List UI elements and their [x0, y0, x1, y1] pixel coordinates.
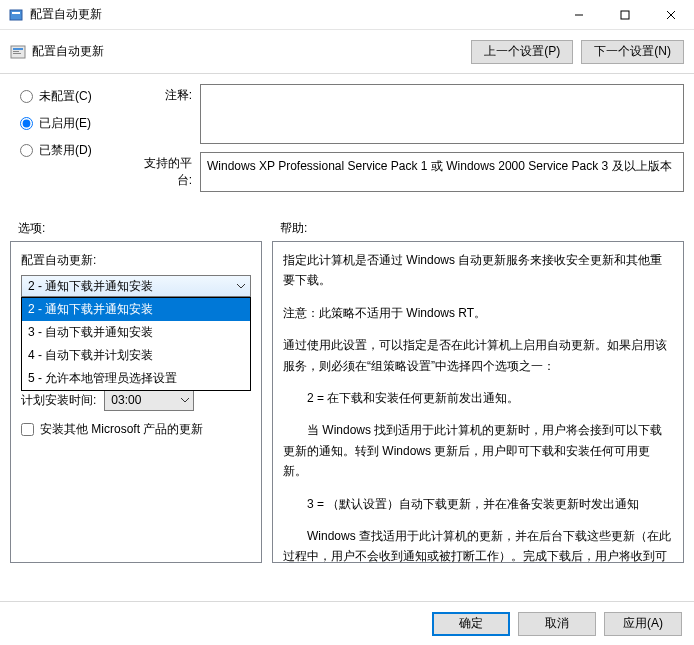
svg-rect-3 [621, 11, 629, 19]
options-panel: 配置自动更新: 2 - 通知下载并通知安装 2 - 通知下载并通知安装 3 - … [10, 241, 262, 563]
radio-not-configured[interactable]: 未配置(C) [20, 88, 130, 105]
maximize-button[interactable] [602, 0, 648, 30]
svg-rect-1 [12, 12, 20, 14]
ok-button[interactable]: 确定 [432, 612, 510, 636]
schedule-time-select[interactable]: 03:00 [104, 389, 194, 411]
configure-update-dropdown: 2 - 通知下载并通知安装 3 - 自动下载并通知安装 4 - 自动下载并计划安… [21, 297, 251, 391]
header-title: 配置自动更新 [32, 43, 463, 60]
svg-rect-8 [13, 51, 19, 52]
help-text: 当 Windows 找到适用于此计算机的更新时，用户将会接到可以下载更新的通知。… [283, 420, 673, 481]
help-text: 指定此计算机是否通过 Windows 自动更新服务来接收安全更新和其他重要下载。 [283, 250, 673, 291]
help-text: 3 = （默认设置）自动下载更新，并在准备安装更新时发出通知 [283, 494, 673, 514]
help-text: 通过使用此设置，可以指定是否在此计算机上启用自动更新。如果启用该服务，则必须在“… [283, 335, 673, 376]
close-button[interactable] [648, 0, 694, 30]
minimize-button[interactable] [556, 0, 602, 30]
titlebar: 配置自动更新 [0, 0, 694, 30]
comment-label: 注释: [130, 84, 200, 144]
chevron-down-icon [236, 280, 246, 294]
help-panel: 指定此计算机是否通过 Windows 自动更新服务来接收安全更新和其他重要下载。… [272, 241, 684, 563]
next-setting-button[interactable]: 下一个设置(N) [581, 40, 684, 64]
apply-button[interactable]: 应用(A) [604, 612, 682, 636]
radio-disabled[interactable]: 已禁用(D) [20, 142, 130, 159]
window-title: 配置自动更新 [30, 6, 556, 23]
prev-setting-button[interactable]: 上一个设置(P) [471, 40, 573, 64]
dropdown-option[interactable]: 5 - 允许本地管理员选择设置 [22, 367, 250, 390]
footer: 确定 取消 应用(A) [0, 601, 694, 645]
options-section-label: 选项: [18, 220, 280, 237]
help-text: 注意：此策略不适用于 Windows RT。 [283, 303, 673, 323]
platform-label: 支持的平台: [130, 152, 200, 192]
svg-rect-7 [13, 48, 23, 50]
platform-textbox: Windows XP Professional Service Pack 1 或… [200, 152, 684, 192]
svg-rect-9 [13, 53, 21, 54]
app-icon [8, 7, 24, 23]
dropdown-option[interactable]: 4 - 自动下载并计划安装 [22, 344, 250, 367]
comment-textbox[interactable] [200, 84, 684, 144]
help-text: 2 = 在下载和安装任何更新前发出通知。 [283, 388, 673, 408]
chevron-down-icon [180, 394, 190, 408]
help-text: Windows 查找适用于此计算机的更新，并在后台下载这些更新（在此过程中，用户… [283, 526, 673, 563]
configure-update-label: 配置自动更新: [21, 252, 251, 269]
cancel-button[interactable]: 取消 [518, 612, 596, 636]
help-section-label: 帮助: [280, 220, 684, 237]
radio-enabled[interactable]: 已启用(E) [20, 115, 130, 132]
policy-icon [10, 44, 26, 60]
state-radio-group: 未配置(C) 已启用(E) 已禁用(D) [20, 84, 130, 200]
dropdown-option[interactable]: 3 - 自动下载并通知安装 [22, 321, 250, 344]
dropdown-option[interactable]: 2 - 通知下载并通知安装 [22, 298, 250, 321]
other-products-checkbox[interactable]: 安装其他 Microsoft 产品的更新 [21, 421, 251, 438]
schedule-time-label: 计划安装时间: [21, 392, 96, 409]
header-bar: 配置自动更新 上一个设置(P) 下一个设置(N) [0, 30, 694, 74]
svg-rect-0 [10, 10, 22, 20]
configure-update-select[interactable]: 2 - 通知下载并通知安装 [21, 275, 251, 297]
